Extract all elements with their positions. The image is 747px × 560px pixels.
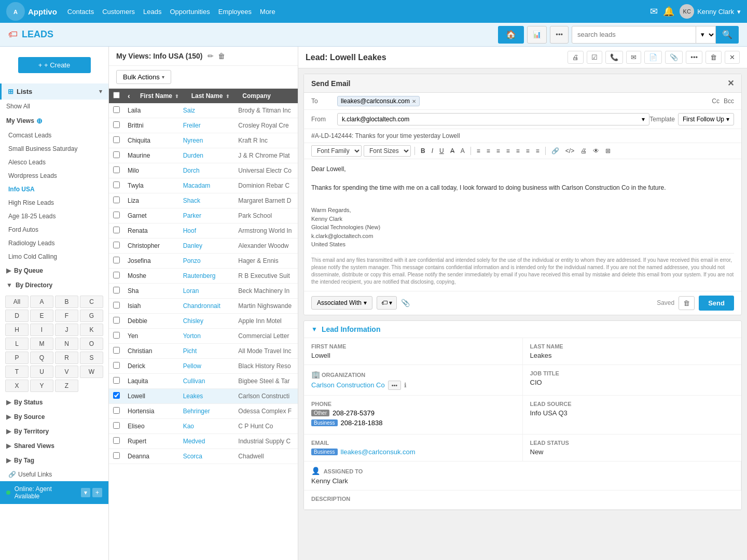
link-btn[interactable]: 🔗	[549, 146, 561, 156]
font-family-select[interactable]: Font Family	[311, 145, 362, 157]
bullet-list-btn[interactable]: ≡	[514, 146, 522, 156]
view-small-biz[interactable]: Small Business Saturday	[0, 142, 108, 156]
dir-q[interactable]: Q	[30, 352, 53, 364]
create-button[interactable]: + + Create	[18, 57, 91, 73]
email-body[interactable]: Dear Lowell, Thanks for spending the tim…	[304, 159, 741, 291]
table-row[interactable]: Maurine Durden J & R Chrome Plat	[109, 148, 298, 163]
dir-g[interactable]: G	[80, 310, 103, 322]
send-button[interactable]: Send	[699, 296, 734, 311]
table-row[interactable]: Lowell Leakes Carlson Constructi	[109, 389, 298, 404]
align-right-btn[interactable]: ≡	[494, 146, 502, 156]
code-btn[interactable]: </>	[563, 146, 576, 156]
view-limocold[interactable]: Limo Cold Calling	[0, 250, 108, 263]
by-queue-header[interactable]: ▶ By Queue	[0, 263, 108, 278]
by-tag-header[interactable]: ▶ By Tag	[0, 453, 108, 468]
dir-d[interactable]: D	[5, 310, 29, 322]
table-row[interactable]: Liza Shack Margaret Barnett D	[109, 193, 298, 208]
row-checkbox[interactable]	[113, 212, 128, 220]
table-row[interactable]: Laquita Cullivan Bigbee Steel & Tar	[109, 374, 298, 389]
dir-o[interactable]: O	[80, 338, 103, 350]
row-checkbox[interactable]	[113, 272, 128, 280]
nav-more[interactable]: More	[260, 8, 275, 16]
row-checkbox[interactable]	[113, 181, 128, 190]
table-row[interactable]: Isiah Chandronnait Martin Nighswande	[109, 299, 298, 314]
view-highrise[interactable]: High Rise Leads	[0, 196, 108, 209]
lead-more-btn[interactable]: •••	[686, 51, 702, 64]
dir-n[interactable]: N	[55, 338, 78, 350]
dir-h[interactable]: H	[5, 324, 29, 336]
row-checkbox[interactable]	[113, 166, 128, 175]
dir-s[interactable]: S	[80, 352, 103, 364]
row-checkbox[interactable]	[113, 242, 128, 250]
useful-links[interactable]: 🔗 Useful Links	[0, 468, 108, 481]
dir-e[interactable]: E	[30, 310, 53, 322]
row-checkbox[interactable]	[113, 347, 128, 355]
row-checkbox[interactable]	[113, 136, 128, 145]
table-row[interactable]: Christian Picht All Mode Travel Inc	[109, 344, 298, 359]
dir-r[interactable]: R	[55, 352, 78, 364]
row-checkbox[interactable]	[113, 452, 128, 460]
table-row[interactable]: Debbie Chisley Apple Inn Motel	[109, 314, 298, 329]
dir-u[interactable]: U	[30, 366, 53, 378]
lead-print-btn[interactable]: 🖨	[568, 51, 584, 64]
by-territory-header[interactable]: ▶ By Territory	[0, 424, 108, 439]
nav-contacts[interactable]: Contacts	[67, 8, 94, 16]
row-checkbox[interactable]	[113, 302, 128, 310]
show-all[interactable]: Show All	[0, 100, 108, 113]
from-input[interactable]: k.clark@gloctaltech.com ▾	[337, 113, 649, 125]
lead-close-btn[interactable]: ✕	[725, 51, 740, 64]
lead-attach-btn[interactable]: 📎	[665, 51, 683, 64]
table-row[interactable]: Yen Yorton Commercial Letter	[109, 329, 298, 344]
dir-j[interactable]: J	[55, 324, 78, 336]
row-checkbox[interactable]	[113, 392, 128, 400]
lead-mail-btn[interactable]: ✉	[626, 51, 641, 64]
table-row[interactable]: Milo Dorch Universal Electr Co	[109, 163, 298, 178]
dir-z[interactable]: Z	[55, 380, 78, 392]
row-checkbox[interactable]	[113, 437, 128, 445]
add-view-icon[interactable]: ⊕	[36, 117, 43, 125]
font-size-select[interactable]: Font Sizes	[364, 145, 411, 157]
associated-with-button[interactable]: Associated With ▾	[311, 296, 372, 310]
nav-leads[interactable]: Leads	[143, 8, 161, 16]
table-row[interactable]: Sha Loran Beck Machinery In	[109, 284, 298, 299]
indent-btn[interactable]: ≡	[534, 146, 542, 156]
shared-views-header[interactable]: ▶ Shared Views	[0, 439, 108, 453]
view-age1825[interactable]: Age 18-25 Leads	[0, 209, 108, 223]
view-radiology[interactable]: Radiology Leads	[0, 236, 108, 250]
org-info-icon[interactable]: ℹ	[404, 382, 407, 389]
num-list-btn[interactable]: ≡	[524, 146, 532, 156]
table-row[interactable]: Christopher Danley Alexander Woodw	[109, 239, 298, 254]
search-button[interactable]: 🔍	[716, 26, 739, 44]
dir-all[interactable]: All	[5, 296, 29, 308]
lead-check-btn[interactable]: ☑	[587, 51, 602, 64]
table-row[interactable]: Rupert Medved Industrial Supply C	[109, 434, 298, 449]
dir-x[interactable]: X	[5, 380, 29, 392]
org-more-button[interactable]: •••	[388, 381, 402, 390]
bold-button[interactable]: B	[419, 146, 427, 156]
home-button[interactable]: 🏠	[498, 26, 524, 44]
table-row[interactable]: Deanna Scorca Chadwell	[109, 449, 298, 464]
online-plus-btn[interactable]: +	[92, 488, 102, 497]
by-status-header[interactable]: ▶ By Status	[0, 395, 108, 410]
view-fordautos[interactable]: Ford Autos	[0, 223, 108, 236]
table-row[interactable]: Garnet Parker Park School	[109, 208, 298, 223]
attach-file-button[interactable]: 📎	[401, 299, 410, 307]
table-row[interactable]: Chiquita Nyreen Kraft R Inc	[109, 133, 298, 148]
dir-i[interactable]: I	[30, 324, 53, 336]
online-down-btn[interactable]: ▾	[81, 488, 90, 497]
view-comcast[interactable]: Comcast Leads	[0, 129, 108, 142]
email-value[interactable]: lleakes@carlconsuk.com	[341, 448, 416, 456]
table-row[interactable]: Laila Saiz Brody & Titman Inc	[109, 103, 298, 118]
search-select[interactable]: ▾	[696, 26, 716, 44]
table-row[interactable]: Twyla Macadam Dominion Rebar C	[109, 178, 298, 193]
view-alesco[interactable]: Alesco Leads	[0, 156, 108, 169]
row-checkbox[interactable]	[113, 287, 128, 295]
dir-m[interactable]: M	[30, 338, 53, 350]
strikethrough-button[interactable]: A̶	[448, 146, 457, 156]
tag-button[interactable]: 🏷 ▾	[377, 296, 397, 310]
to-email-remove[interactable]: ✕	[412, 99, 416, 104]
align-left-btn[interactable]: ≡	[475, 146, 482, 156]
template-select[interactable]: First Follow Up ▾	[678, 113, 734, 125]
dir-y[interactable]: Y	[30, 380, 53, 392]
nav-employees[interactable]: Employees	[218, 8, 252, 16]
